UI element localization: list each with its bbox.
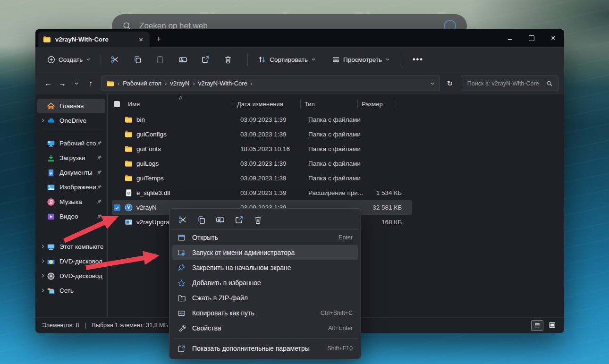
window-controls: – ×	[499, 29, 564, 47]
sidebar-item-label: Загрузки	[59, 154, 96, 161]
sidebar-gap	[35, 224, 107, 239]
column-header-date[interactable]: Дата изменения	[233, 99, 300, 109]
file-row-guiConfigs[interactable]: guiConfigs03.09.2023 1:39Папка с файлами	[112, 127, 412, 142]
sidebar-item-label: Сеть	[59, 287, 103, 294]
forward-button[interactable]: →	[55, 76, 69, 91]
recent-locations-button[interactable]	[69, 76, 84, 91]
breadcrumb-item[interactable]: v2rayN	[170, 80, 189, 87]
sidebar-item-video[interactable]: Видео	[37, 209, 105, 224]
trash-icon[interactable]	[254, 215, 262, 224]
sidebar-item-onedrive[interactable]: OneDrive	[37, 113, 105, 128]
expand-chevron-icon[interactable]	[39, 273, 47, 279]
sidebar-item-this-pc[interactable]: Этот компьютер	[37, 239, 105, 254]
cut-icon[interactable]	[178, 215, 187, 224]
file-row-e_sqlite3.dll[interactable]: e_sqlite3.dll03.09.2023 1:39Расширение п…	[112, 186, 412, 200]
view-toggles	[531, 320, 558, 331]
breadcrumb-chevron-icon: ›	[193, 80, 195, 87]
file-row-bin[interactable]: bin03.09.2023 1:39Папка с файлами	[112, 112, 412, 127]
file-size: 1 534 КБ	[366, 189, 406, 196]
context-menu-item-compress-zip[interactable]: Сжать в ZIP-файл	[172, 290, 358, 305]
breadcrumb-item[interactable]: v2rayN-With-Core	[198, 80, 247, 87]
context-menu-item-open[interactable]: ОткрытьEnter	[172, 230, 358, 245]
toolbar-separator	[101, 53, 101, 66]
sidebar-item-documents[interactable]: Документы	[37, 165, 105, 180]
downloads-icon	[47, 154, 55, 162]
desktop-icon	[47, 139, 55, 148]
copy-button[interactable]	[129, 51, 145, 68]
sidebar-item-label: Рабочий стол	[59, 140, 96, 147]
context-menu-item-pin-to-start[interactable]: Закрепить на начальном экране	[172, 260, 358, 275]
thumbnail-view-button[interactable]	[546, 320, 558, 330]
sidebar-item-home[interactable]: Главная	[37, 99, 105, 113]
breadcrumb-chevron-icon: ›	[165, 80, 167, 87]
expand-chevron-icon[interactable]	[39, 288, 47, 294]
cut-button[interactable]	[107, 51, 123, 68]
sidebar-item-dvd-d[interactable]: DVD-дисковод (D:)	[37, 254, 105, 269]
sidebar-item-pictures[interactable]: Изображения	[37, 180, 105, 195]
breadcrumb-item[interactable]: Рабочий стол	[123, 80, 161, 87]
share-button[interactable]	[197, 51, 213, 68]
context-menu-item-show-more-options[interactable]: Показать дополнительные параметрыShift+F…	[172, 341, 358, 356]
search-box[interactable]: Поиск в: v2rayN-With-Core	[462, 76, 558, 91]
file-icon-cell	[125, 130, 136, 138]
select-all-checkbox[interactable]	[112, 99, 128, 109]
column-header-type[interactable]: Тип	[300, 99, 357, 109]
expand-chevron-icon[interactable]	[39, 258, 47, 265]
maximize-button[interactable]	[521, 29, 542, 47]
sidebar-item-label: Музыка	[59, 198, 96, 205]
expand-chevron-icon[interactable]	[39, 244, 47, 250]
rename-button[interactable]	[175, 51, 191, 68]
context-menu-item-add-to-favorites[interactable]: Добавить в избранное	[172, 275, 358, 290]
sidebar-item-music[interactable]: Музыка	[37, 195, 105, 209]
sidebar-item-dvd-e[interactable]: DVD-дисковод (E:)	[37, 269, 105, 283]
rename-icon[interactable]	[216, 215, 225, 224]
search-placeholder: Поиск в: v2rayN-With-Core	[467, 80, 542, 87]
close-button[interactable]: ×	[542, 29, 564, 47]
folder-icon	[125, 174, 133, 182]
up-button[interactable]: ↑	[84, 76, 98, 91]
tab-close-button[interactable]: ×	[137, 35, 145, 44]
sidebar-item-downloads[interactable]: Загрузки	[37, 151, 105, 165]
copy-icon[interactable]	[197, 215, 206, 224]
context-menu-quick-actions	[171, 211, 359, 230]
refresh-button[interactable]: ↻	[443, 76, 457, 91]
file-icon-cell	[125, 218, 136, 226]
minimize-button[interactable]: –	[499, 29, 521, 47]
sidebar-item-label: DVD-дисковод (D:)	[59, 258, 103, 265]
new-tab-button[interactable]: +	[156, 35, 161, 43]
file-row-guiFonts[interactable]: guiFonts18.05.2023 10:16Папка с файлами	[112, 142, 412, 156]
details-view-button[interactable]	[531, 320, 543, 331]
sidebar-item-label: DVD-дисковод (E:)	[59, 272, 103, 279]
plus-circle-icon	[47, 56, 55, 64]
more-options-button[interactable]: •••	[408, 55, 428, 64]
breadcrumb[interactable]: ›Рабочий стол›v2rayN›v2rayN-With-Core›	[102, 76, 440, 91]
computer-icon	[47, 243, 55, 251]
sort-button[interactable]: Сортировать	[254, 52, 320, 67]
share-icon[interactable]	[235, 215, 244, 224]
context-menu-item-properties[interactable]: СвойстваAlt+Enter	[172, 321, 358, 336]
delete-button[interactable]	[220, 51, 236, 68]
sidebar-item-desktop[interactable]: Рабочий стол	[37, 136, 105, 151]
file-type: Папка с файлами	[308, 131, 366, 138]
close-icon: ×	[551, 34, 556, 43]
file-row-guiLogs[interactable]: guiLogs03.09.2023 1:39Папка с файлами	[112, 156, 412, 171]
row-checkbox[interactable]	[112, 204, 125, 211]
file-row-guiTemps[interactable]: guiTemps03.09.2023 1:39Папка с файлами	[112, 171, 412, 186]
file-icon-cell	[125, 174, 136, 182]
paste-button[interactable]	[152, 51, 168, 68]
new-button[interactable]: Создать	[43, 52, 95, 67]
context-menu-item-run-as-admin[interactable]: Запуск от имени администратора	[172, 245, 358, 260]
folder-icon	[125, 130, 133, 138]
context-menu-item-label: Копировать как путь	[192, 309, 254, 317]
back-button[interactable]: ←	[41, 76, 55, 91]
trash-icon	[224, 55, 232, 64]
column-header-size[interactable]: Размер	[357, 99, 396, 109]
expand-chevron-icon[interactable]	[39, 118, 47, 124]
address-dropdown-icon[interactable]	[430, 81, 435, 86]
context-menu-item-shortcut: Shift+F10	[327, 345, 353, 352]
context-menu-item-copy-as-path[interactable]: Копировать как путьCtrl+Shift+C	[172, 305, 358, 321]
sidebar-item-network[interactable]: Сеть	[37, 283, 105, 298]
view-button[interactable]: Просмотреть	[328, 52, 394, 67]
file-type: Расширение при...	[308, 189, 366, 196]
explorer-tab[interactable]: v2rayN-With-Core ×	[38, 32, 150, 47]
